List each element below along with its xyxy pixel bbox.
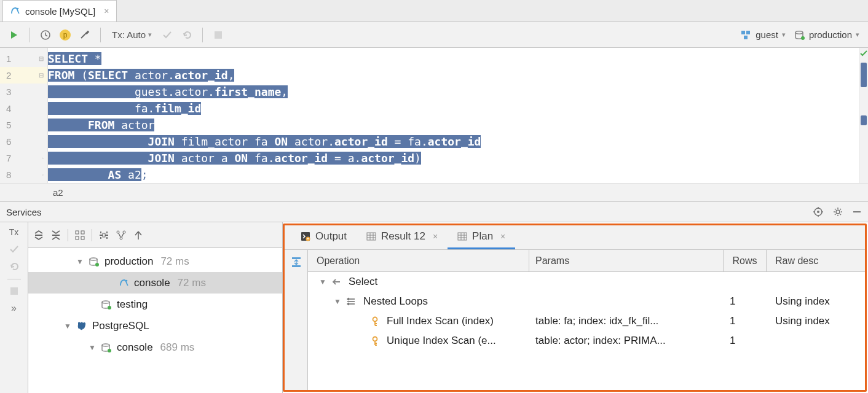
plan-row[interactable]: Unique Index Scan (e...table: actor; ind… xyxy=(308,331,865,351)
db-icon xyxy=(101,300,112,309)
branch-icon[interactable] xyxy=(116,230,127,241)
table-icon xyxy=(366,232,376,241)
chevron-down-icon: ▾ xyxy=(856,31,859,39)
key-icon xyxy=(371,336,379,346)
svg-text:p: p xyxy=(63,31,68,39)
tree-row[interactable]: console72 ms xyxy=(28,272,282,294)
editor-tab-bar: console [MySQL] × xyxy=(0,0,868,22)
svg-point-22 xyxy=(117,231,119,233)
col-desc[interactable]: Raw desc xyxy=(767,250,865,271)
history-button[interactable] xyxy=(37,27,53,43)
col-params[interactable]: Params xyxy=(529,250,724,271)
col-operation[interactable]: Operation xyxy=(308,250,529,271)
plan-row[interactable]: ▼Nested Loops1Using index xyxy=(308,292,865,311)
tab-plan[interactable]: Plan × xyxy=(448,225,515,249)
tx-label[interactable]: Tx xyxy=(9,227,19,237)
svg-rect-37 xyxy=(292,265,301,267)
commit-icon[interactable] xyxy=(9,244,19,254)
close-icon[interactable]: × xyxy=(500,232,505,241)
svg-point-8 xyxy=(795,31,803,33)
playground-button[interactable]: p xyxy=(57,27,73,43)
tab-output[interactable]: Output xyxy=(291,225,357,249)
gear-icon[interactable] xyxy=(832,206,843,217)
output-icon xyxy=(301,232,310,241)
check-icon xyxy=(859,49,868,58)
stop-button[interactable] xyxy=(210,27,226,43)
plan-row[interactable]: Full Index Scan (index)table: fa; index:… xyxy=(308,311,865,331)
tree-row[interactable]: ▼production72 ms xyxy=(28,251,282,272)
editor-toolbar: p Tx: Auto ▾ guest ▾ production ▾ xyxy=(0,22,868,48)
database-icon xyxy=(794,30,805,40)
svg-point-25 xyxy=(90,258,97,260)
svg-rect-36 xyxy=(292,257,301,259)
svg-rect-21 xyxy=(103,233,105,237)
svg-point-12 xyxy=(836,210,840,214)
chevron-down-icon: ▾ xyxy=(782,31,786,39)
editor-tab-label: console [MySQL] xyxy=(25,6,95,17)
svg-rect-16 xyxy=(52,235,60,236)
plan-table: Operation Params Rows Raw desc ▼Select▼N… xyxy=(308,250,865,390)
svg-rect-18 xyxy=(81,231,84,234)
settings-button[interactable] xyxy=(77,27,93,43)
code-editor[interactable]: 1⊟ 2⊟ 3 4 5 6 7◦ 8◦ SELECT * FROM (SELEC… xyxy=(0,48,868,183)
pg-icon xyxy=(76,321,87,332)
rollback-button[interactable] xyxy=(179,27,195,43)
plan-table-body[interactable]: ▼Select▼Nested Loops1Using indexFull Ind… xyxy=(308,272,865,351)
more-icon[interactable]: » xyxy=(11,303,17,314)
plan-toolbar xyxy=(285,250,308,390)
services-tree-toolbar xyxy=(28,222,282,248)
svg-rect-34 xyxy=(367,233,376,240)
filter-icon[interactable] xyxy=(98,230,109,241)
col-rows[interactable]: Rows xyxy=(724,250,767,271)
commit-button[interactable] xyxy=(159,27,175,43)
group-icon[interactable] xyxy=(74,230,85,241)
svg-rect-6 xyxy=(746,31,750,34)
breadcrumb[interactable]: a2 xyxy=(0,183,868,201)
run-button[interactable] xyxy=(6,27,22,43)
tree-row[interactable]: ▼PostgreSQL xyxy=(28,315,282,337)
services-side-toolbar: Tx » xyxy=(0,222,28,393)
nested-icon xyxy=(346,297,356,306)
editor-tab-console[interactable]: console [MySQL] × xyxy=(2,0,117,21)
table-icon xyxy=(457,232,467,241)
minimize-icon[interactable] xyxy=(852,207,862,217)
tree-row[interactable]: ▼console689 ms xyxy=(28,337,282,358)
schema-selector[interactable]: guest ▾ xyxy=(738,28,788,41)
tree-row[interactable]: testing xyxy=(28,294,282,315)
close-icon[interactable]: × xyxy=(104,6,109,16)
svg-point-23 xyxy=(123,231,125,233)
svg-point-29 xyxy=(108,306,111,309)
autoscroll-icon[interactable] xyxy=(290,256,302,268)
code-content[interactable]: SELECT * FROM (SELECT actor.actor_id, gu… xyxy=(48,48,868,183)
services-panel-body: Tx » ▼production72 msconsole72 mstesting… xyxy=(0,222,868,393)
editor-scrollbar[interactable] xyxy=(859,48,868,183)
tx-mode-dropdown[interactable]: Tx: Auto ▾ xyxy=(112,29,152,40)
plan-table-header: Operation Params Rows Raw desc xyxy=(308,250,865,272)
collapse-all-icon[interactable] xyxy=(50,230,61,241)
svg-point-31 xyxy=(108,349,111,352)
rollback-icon[interactable] xyxy=(9,262,19,271)
split-icon[interactable] xyxy=(133,230,144,241)
key-icon xyxy=(371,316,379,326)
plan-row[interactable]: ▼Select xyxy=(308,272,865,292)
svg-point-39 xyxy=(373,337,377,341)
svg-rect-20 xyxy=(81,236,84,239)
svg-point-26 xyxy=(95,263,99,267)
svg-point-38 xyxy=(373,317,377,322)
datasource-selector[interactable]: production ▾ xyxy=(792,28,862,41)
editor-gutter: 1⊟ 2⊟ 3 4 5 6 7◦ 8◦ xyxy=(0,48,48,183)
result-tabs: Output Result 12 × Plan × xyxy=(285,225,865,250)
arrow-left-icon xyxy=(331,278,341,286)
target-icon[interactable] xyxy=(813,206,824,217)
svg-rect-4 xyxy=(215,31,222,39)
services-panel-header: Services xyxy=(0,201,868,222)
datasource-tree[interactable]: ▼production72 msconsole72 mstesting▼Post… xyxy=(28,248,282,393)
tab-result[interactable]: Result 12 × xyxy=(357,225,448,249)
expand-all-icon[interactable] xyxy=(33,230,44,241)
svg-point-28 xyxy=(102,301,109,303)
services-title: Services xyxy=(6,207,42,217)
stop-icon[interactable] xyxy=(10,287,18,295)
console-icon xyxy=(119,278,129,288)
mysql-icon xyxy=(10,6,20,16)
close-icon[interactable]: × xyxy=(433,232,438,241)
